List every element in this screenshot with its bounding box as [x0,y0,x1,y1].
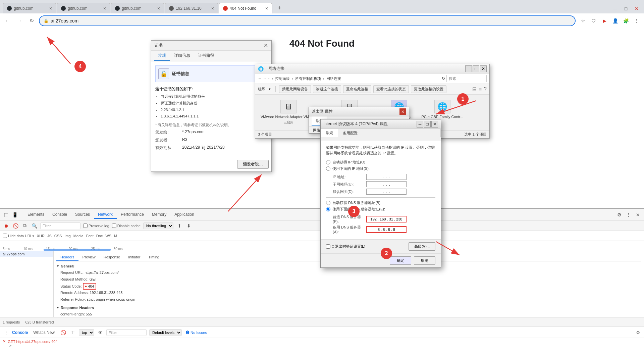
toolbar-change-settings-btn[interactable]: 更改此连接的设置 [411,85,446,93]
tab-close-4[interactable]: × [211,6,214,11]
cert-issuer-btn[interactable]: 颁发者说… [237,160,269,169]
console-level-select[interactable]: top [79,329,94,336]
adapter-vmnet1[interactable]: 🖥 VMware Network Adapter VMnet1 已启用 [261,100,316,125]
tcpip-tab-general[interactable]: 常规 [321,129,338,137]
toolbar-details-icon[interactable]: ≡ [479,86,482,92]
tab-2[interactable]: github.com × [57,3,110,13]
netconn-forward-btn[interactable]: → [263,77,267,81]
netconn-search-input[interactable] [446,75,487,82]
cert-dialog-close-btn[interactable]: ✕ [264,42,268,49]
tcpip-ok-btn[interactable]: 确定 [390,256,411,265]
console-tab-whatsnew[interactable]: What's New [33,330,55,335]
detail-tab-headers[interactable]: Headers [56,254,78,261]
restore-btn[interactable]: □ [621,4,631,13]
devtools-tab-performance[interactable]: Performance [117,211,148,219]
url-bar[interactable]: 🔒 ai.27ops.com [39,15,576,26]
devtools-tab-memory[interactable]: Memory [148,211,170,219]
import-icon[interactable]: ⬆ [176,222,183,229]
devtools-tab-application[interactable]: Application [170,211,198,219]
netconn-back-btn[interactable]: ← [258,77,262,81]
console-settings-icon[interactable]: ⚙ [635,329,641,336]
tcpip-cancel-btn[interactable]: 取消 [414,256,435,265]
subnet-input[interactable] [366,181,407,187]
record-btn[interactable]: ⏺ [3,222,9,229]
back-btn[interactable]: ← [3,16,12,26]
tab-1[interactable]: github.com × [3,3,56,13]
devtools-settings-icon[interactable]: ⚙ [616,211,623,218]
detail-tab-timing[interactable]: Timing [144,254,163,261]
toolbar-diagnose-btn[interactable]: 诊断这个连接 [313,85,341,93]
minimize-btn[interactable]: ─ [610,4,620,13]
tcpip-close-btn[interactable]: ✕ [431,121,438,128]
network-type-font[interactable]: Font [86,234,94,238]
ip-address-input[interactable] [366,174,407,180]
devtools-more-icon[interactable]: ⋮ [625,211,632,218]
network-item-ai27ops[interactable]: ai.27ops.com [0,251,53,257]
refresh-btn[interactable]: ↻ [27,16,36,26]
preferred-dns-input[interactable] [366,216,407,222]
tcpip-tab-alternate[interactable]: 备用配置 [338,129,362,137]
tab-5-active[interactable]: 404 Not Found × [219,3,272,13]
search-icon[interactable]: 🔍 [31,222,38,229]
devtools-tab-elements[interactable]: Elements [23,211,48,219]
cert-tab-general[interactable]: 常规 [154,51,170,61]
exit-validate-checkbox[interactable]: □ 退出时验证设置(L) [326,244,365,249]
eye-icon[interactable]: 👁 [97,329,104,336]
network-type-doc[interactable]: Doc [96,234,103,238]
mobile-icon[interactable]: 📱 [11,211,18,218]
gateway-input[interactable] [366,189,407,195]
bookmark-btn[interactable]: ☆ [578,16,588,26]
manual-ip-radio[interactable]: 使用下面的 IP 地址(S): [326,166,435,171]
clear-btn[interactable]: 🚫 [12,222,19,229]
ethprop-close-btn[interactable]: ✕ [399,108,406,115]
filter-input[interactable] [40,222,80,229]
devtools-tab-sources[interactable]: Sources [71,211,94,219]
tab-close-1[interactable]: × [49,6,52,11]
tcpip-minimize-btn[interactable]: ─ [417,121,423,128]
netconn-up-btn[interactable]: ↑ [268,77,270,81]
tab-close-3[interactable]: × [157,6,160,11]
netconn-close-btn[interactable]: ✕ [480,65,487,72]
detail-tab-response[interactable]: Response [100,254,124,261]
alternate-dns-input[interactable] [366,226,407,233]
console-top-icon[interactable]: ⊤ [69,329,76,336]
auto-ip-radio[interactable]: 自动获得 IP 地址(O) [326,160,435,165]
devtools-tab-network[interactable]: Network [94,211,117,219]
tab-3[interactable]: github.com × [111,3,164,13]
tab-4[interactable]: 192.168.31.10 × [165,3,218,13]
forward-btn[interactable]: → [15,16,24,26]
devtools-tab-console[interactable]: Console [48,211,71,219]
network-type-ws[interactable]: WS [105,234,111,238]
netconn-minimize-btn[interactable]: ─ [465,65,472,72]
console-tab-console[interactable]: Console [12,330,28,335]
manual-dns-radio[interactable]: 使用下面的 DNS 服务器地址(E): [326,207,435,212]
cert-tab-details[interactable]: 详细信息 [170,51,194,61]
toolbar-view-icon[interactable]: ⊟ [472,86,477,92]
tab-close-5[interactable]: × [265,6,268,11]
tcpip-restore-btn[interactable]: □ [424,121,431,128]
profile-icon[interactable]: 👤 [610,16,620,26]
toolbar-rename-btn[interactable]: 重命名此连接 [343,85,371,93]
auto-dns-radio[interactable]: 自动获得 DNS 服务器地址(B) [326,200,435,205]
filter-icon[interactable]: ⧉ [21,222,28,229]
extension-icon[interactable]: 🧩 [621,16,631,26]
preserve-log-checkbox[interactable]: Preserve log [83,223,109,228]
network-type-js[interactable]: JS [47,234,52,238]
hide-data-urls-checkbox[interactable]: Hide data URLs [3,234,34,238]
console-filter-input[interactable] [106,329,147,336]
console-clear-icon[interactable]: 🚫 [60,329,67,336]
new-tab-button[interactable]: + [274,3,285,13]
toolbar-disable-btn[interactable]: 禁用此网络设备 [279,85,311,93]
disable-cache-checkbox[interactable]: Disable cache [112,223,141,228]
devtools-close-icon[interactable]: ✕ [635,211,641,218]
inspect-icon[interactable]: ⬚ [3,211,9,218]
network-type-img[interactable]: Img [64,234,70,238]
close-btn[interactable]: ✕ [632,4,641,13]
cert-tab-path[interactable]: 证书路径 [194,51,218,61]
detail-tab-preview[interactable]: Preview [78,254,100,261]
network-type-css[interactable]: CSS [54,234,62,238]
advanced-btn[interactable]: 高级(V)... [409,242,435,251]
youtube-icon[interactable]: ▶ [600,16,609,26]
menu-btn[interactable]: ⋮ [632,16,641,26]
network-type-m[interactable]: M [114,234,117,238]
